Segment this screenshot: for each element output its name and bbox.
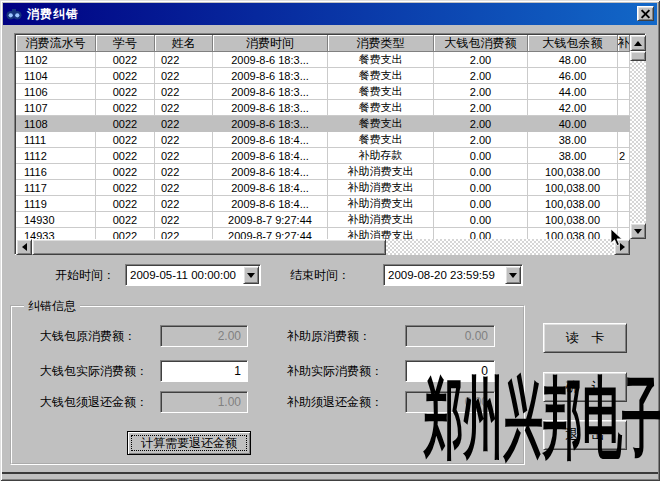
table-cell: 022 (155, 180, 213, 196)
column-header-1[interactable]: 学号 (96, 35, 155, 52)
table-cell: 2009-8-7 9:27:44 (213, 212, 328, 228)
close-icon (641, 9, 650, 18)
table-cell (618, 212, 630, 228)
end-time-combobox[interactable]: 2009-08-20 23:59:59 (383, 264, 523, 286)
table-cell: 补助消费支出 (328, 212, 434, 228)
chevron-down-icon (509, 273, 517, 278)
vertical-scrollbar[interactable] (630, 35, 646, 239)
wallet-original-field (160, 325, 248, 347)
arrow-down-icon (634, 229, 642, 234)
table-cell: 2009-8-7 9:27:44 (213, 228, 328, 239)
table-row[interactable]: 111600220222009-8-6 18:4...补助消费支出0.00100… (16, 164, 630, 180)
table-cell: 2.00 (434, 116, 528, 132)
table-cell: 2009-8-6 18:4... (213, 164, 328, 180)
table-cell: 1119 (16, 196, 96, 212)
wallet-actual-field[interactable] (160, 360, 248, 382)
grid-rows: 110200220222009-8-6 18:3...餐费支出2.0048.00… (16, 52, 630, 239)
subsidy-actual-field[interactable] (405, 360, 495, 382)
table-cell (618, 132, 630, 148)
table-cell: 2.00 (434, 84, 528, 100)
table-cell: 022 (155, 116, 213, 132)
exit-button[interactable]: 退 出 (543, 420, 627, 450)
table-cell: 0022 (96, 52, 155, 68)
confirm-button[interactable]: 确 认 (543, 372, 627, 402)
scroll-left-button[interactable] (16, 239, 32, 255)
horizontal-scroll-thumb[interactable] (32, 239, 386, 255)
table-cell: 0022 (96, 196, 155, 212)
read-card-button[interactable]: 读 卡 (543, 323, 627, 353)
table-row[interactable]: 1493300220222009-8-7 9:27:44补助消费支出0.0010… (16, 228, 630, 239)
subsidy-refund-label: 补助须退还金额： (287, 391, 383, 413)
table-cell (618, 52, 630, 68)
end-time-dropdown-button[interactable] (505, 266, 521, 284)
scroll-up-button[interactable] (630, 35, 646, 51)
calculate-refund-button[interactable]: 计算需要退还金额 (127, 431, 251, 455)
table-cell: 2.00 (434, 132, 528, 148)
window-title: 消费纠错 (27, 6, 79, 23)
arrow-right-icon (620, 243, 625, 251)
table-row[interactable]: 110800220222009-8-6 18:3...餐费支出2.0040.00 (16, 116, 630, 132)
scrollbar-corner (630, 239, 646, 255)
table-cell: 2009-8-6 18:4... (213, 196, 328, 212)
scroll-right-button[interactable] (614, 239, 630, 255)
table-row[interactable]: 111100220222009-8-6 18:4...餐费支出2.0038.00 (16, 132, 630, 148)
start-time-dropdown-button[interactable] (243, 266, 259, 284)
table-cell: 100,038.00 (528, 228, 618, 239)
column-header-4[interactable]: 消费类型 (328, 35, 434, 52)
group-title: 纠错信息 (24, 298, 80, 315)
table-cell: 餐费支出 (328, 68, 434, 84)
table-cell: 餐费支出 (328, 100, 434, 116)
table-row[interactable]: 111200220222009-8-6 18:4...补助存款0.0038.00… (16, 148, 630, 164)
table-row[interactable]: 110700220222009-8-6 18:3...餐费支出2.0042.00 (16, 100, 630, 116)
table-row[interactable]: 110600220222009-8-6 18:3...餐费支出2.0044.00 (16, 84, 630, 100)
table-cell: 44.00 (528, 84, 618, 100)
table-cell: 餐费支出 (328, 132, 434, 148)
table-cell: 2009-8-6 18:3... (213, 68, 328, 84)
scroll-down-button[interactable] (630, 223, 646, 239)
table-row[interactable]: 110200220222009-8-6 18:3...餐费支出2.0048.00 (16, 52, 630, 68)
column-header-3[interactable]: 消费时间 (213, 35, 328, 52)
table-cell: 2009-8-6 18:4... (213, 148, 328, 164)
close-button[interactable] (637, 6, 654, 21)
start-time-combobox[interactable]: 2009-05-11 00:00:00 (125, 264, 261, 286)
table-cell (618, 68, 630, 84)
table-cell (618, 180, 630, 196)
table-row[interactable]: 111900220222009-8-6 18:4...补助消费支出0.00100… (16, 196, 630, 212)
table-cell: 14933 (16, 228, 96, 239)
wallet-actual-label: 大钱包实际消费额： (40, 360, 148, 382)
table-row[interactable]: 110400220222009-8-6 18:3...餐费支出2.0046.00 (16, 68, 630, 84)
table-cell: 2 (618, 148, 630, 164)
table-cell (618, 100, 630, 116)
table-row[interactable]: 1493000220222009-8-7 9:27:44补助消费支出0.0010… (16, 212, 630, 228)
column-header-2[interactable]: 姓名 (155, 35, 213, 52)
table-cell: 餐费支出 (328, 84, 434, 100)
start-time-label: 开始时间： (55, 264, 115, 286)
table-cell: 1107 (16, 100, 96, 116)
table-cell: 0022 (96, 116, 155, 132)
subsidy-original-label: 补助原消费额： (287, 325, 371, 347)
table-cell: 0022 (96, 132, 155, 148)
column-header-6[interactable]: 大钱包余额 (528, 35, 618, 52)
end-time-label: 结束时间： (290, 264, 350, 286)
table-row[interactable]: 111700220222009-8-6 18:4...补助消费支出0.00100… (16, 180, 630, 196)
column-header-0[interactable]: 消费流水号 (16, 35, 96, 52)
column-header-5[interactable]: 大钱包消费额 (434, 35, 528, 52)
table-cell: 0.00 (434, 164, 528, 180)
table-cell: 022 (155, 228, 213, 239)
table-cell: 2009-8-6 18:3... (213, 84, 328, 100)
table-cell: 0022 (96, 68, 155, 84)
table-cell: 餐费支出 (328, 116, 434, 132)
read-card-label: 读 卡 (566, 329, 605, 347)
table-cell: 38.00 (528, 132, 618, 148)
column-header-7[interactable]: 补 (618, 35, 630, 52)
horizontal-scrollbar[interactable] (16, 239, 630, 255)
table-cell: 0.00 (434, 180, 528, 196)
dialog-window: 消费纠错 消费流水号学号姓名消费时间消费类型大钱包消费额大钱包余额补 11020… (0, 0, 660, 481)
arrow-left-icon (22, 243, 27, 251)
table-cell: 0022 (96, 212, 155, 228)
table-cell: 补助消费支出 (328, 180, 434, 196)
vertical-scroll-thumb[interactable] (630, 51, 646, 61)
grid-header: 消费流水号学号姓名消费时间消费类型大钱包消费额大钱包余额补 (16, 35, 630, 52)
table-cell: 2009-8-6 18:3... (213, 52, 328, 68)
wallet-refund-label: 大钱包须退还金额： (40, 391, 148, 413)
